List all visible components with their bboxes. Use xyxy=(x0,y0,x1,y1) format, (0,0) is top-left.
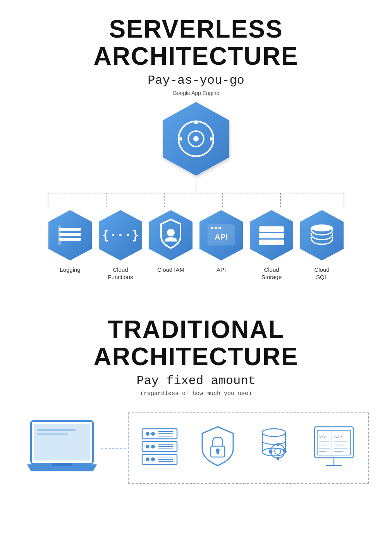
svg-point-67 xyxy=(262,448,285,456)
svg-rect-41 xyxy=(52,463,72,466)
cloud-functions-hex-svg: {···} xyxy=(97,209,144,262)
svg-rect-32 xyxy=(259,226,284,232)
node-cloud-iam: Cloud IAM xyxy=(146,209,196,281)
security-svg xyxy=(198,425,237,471)
traditional-subtitle: Pay fixed amount xyxy=(8,374,384,388)
svg-text:</>: </> xyxy=(334,434,342,439)
svg-rect-17 xyxy=(59,228,81,231)
svg-point-28 xyxy=(215,227,217,229)
service-security xyxy=(194,425,241,471)
services-box: </> </> xyxy=(128,412,369,484)
svg-point-24 xyxy=(167,229,175,236)
app-engine-hex xyxy=(161,100,231,178)
svg-point-57 xyxy=(151,457,155,461)
serverless-subtitle: Pay-as-you-go xyxy=(8,73,384,88)
cloud-sql-hex-svg xyxy=(299,209,345,262)
svg-rect-19 xyxy=(59,238,81,241)
service-code-editor: </> </> xyxy=(311,425,357,471)
cloud-iam-hex-svg xyxy=(148,209,194,262)
connector-area xyxy=(8,178,384,209)
svg-rect-34 xyxy=(259,240,284,245)
service-server xyxy=(136,425,183,471)
traditional-section: TRADITIONAL ARCHITECTURE Pay fixed amoun… xyxy=(0,297,392,499)
svg-rect-18 xyxy=(59,233,81,236)
service-database xyxy=(253,425,299,471)
engine-label: Google App Engine xyxy=(8,90,384,96)
top-node-area xyxy=(8,100,384,178)
serverless-section: SERVERLESS ARCHITECTURE Pay-as-you-go Go… xyxy=(0,0,392,297)
node-logging: Logging xyxy=(45,209,95,281)
laptop-area xyxy=(23,417,101,479)
node-cloud-functions: {···} CloudFunctions xyxy=(95,209,146,281)
node-cloud-sql: CloudSQL xyxy=(297,209,347,281)
svg-point-27 xyxy=(211,227,213,229)
svg-rect-70 xyxy=(277,443,279,446)
svg-rect-33 xyxy=(259,233,284,238)
laptop-svg xyxy=(25,417,99,479)
svg-point-44 xyxy=(146,432,150,436)
serverless-title: SERVERLESS ARCHITECTURE xyxy=(8,16,384,70)
svg-rect-40 xyxy=(37,433,68,435)
node-cloud-storage: CloudStorage xyxy=(246,209,297,281)
cloud-storage-hex-svg xyxy=(248,209,295,262)
server-svg xyxy=(138,425,181,471)
svg-point-64 xyxy=(262,429,285,436)
svg-rect-39 xyxy=(37,429,76,431)
dashed-line-svg xyxy=(101,446,128,450)
svg-point-51 xyxy=(151,445,155,448)
bottom-nodes-row: Logging {···} CloudFunctions xyxy=(8,209,384,281)
api-label: API xyxy=(217,266,226,274)
dashed-connector xyxy=(101,446,128,450)
svg-point-56 xyxy=(146,457,150,461)
svg-point-4 xyxy=(193,136,199,141)
serverless-diagram: Logging {···} CloudFunctions xyxy=(8,100,384,281)
svg-point-69 xyxy=(275,448,281,454)
logging-label: Logging xyxy=(60,266,80,274)
svg-rect-63 xyxy=(217,451,219,454)
svg-point-36 xyxy=(311,224,333,231)
svg-point-45 xyxy=(151,432,155,436)
cloud-storage-label: CloudStorage xyxy=(261,266,282,281)
app-engine-hex-svg xyxy=(161,100,231,178)
api-hex-svg: API xyxy=(198,209,244,262)
svg-point-29 xyxy=(218,227,221,229)
database-svg xyxy=(254,425,297,471)
svg-rect-20 xyxy=(58,226,61,245)
svg-rect-76 xyxy=(315,427,353,458)
tree-connector-svg xyxy=(22,178,370,209)
cloud-sql-label: CloudSQL xyxy=(314,266,329,281)
svg-text:{···}: {···} xyxy=(102,228,139,242)
logging-hex-svg xyxy=(47,209,93,262)
traditional-title: TRADITIONAL ARCHITECTURE xyxy=(8,316,384,371)
svg-text:</>: </> xyxy=(319,434,327,439)
svg-rect-71 xyxy=(277,457,279,460)
svg-text:API: API xyxy=(215,233,227,241)
code-editor-svg: </> </> xyxy=(313,425,355,471)
node-api: API API xyxy=(196,209,246,281)
svg-point-50 xyxy=(146,445,150,448)
cloud-iam-label: Cloud IAM xyxy=(157,266,184,274)
cloud-functions-label: CloudFunctions xyxy=(108,266,133,281)
traditional-diagram: </> </> xyxy=(8,412,384,484)
traditional-note: (regardless of how much you use) xyxy=(8,390,384,397)
